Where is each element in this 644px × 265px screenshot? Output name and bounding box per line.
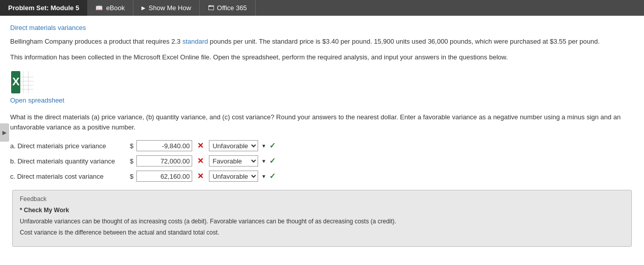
nav-title: Problem Set: Module 5 xyxy=(0,0,87,16)
answer-row-a: a. Direct materials price variance $ ✕ U… xyxy=(10,140,634,151)
nav-ebook[interactable]: 📖 eBook xyxy=(87,0,133,16)
dropdown-container-b: Favorable Unfavorable ▼ ✓ xyxy=(209,155,276,167)
nav-office365[interactable]: 🗔 Office 365 xyxy=(200,0,256,16)
check-icon-c: ✓ xyxy=(269,172,276,181)
section-title: Direct materials variances xyxy=(10,24,634,31)
nav-show-label: Show Me How xyxy=(149,4,191,12)
select-c[interactable]: Unfavorable Favorable xyxy=(209,171,258,182)
check-icon-b: ✓ xyxy=(269,156,276,165)
nav-show-me-how[interactable]: ▶ Show Me How xyxy=(133,0,200,16)
input-b[interactable] xyxy=(136,155,192,167)
excel-icon: X X xyxy=(10,70,34,94)
select-b[interactable]: Favorable Unfavorable xyxy=(209,155,258,167)
feedback-text-1: Unfavorable variances can be thought of … xyxy=(20,217,624,226)
answer-row-c: c. Direct materials cost variance $ ✕ Un… xyxy=(10,171,634,182)
nav-ebook-label: eBook xyxy=(106,4,125,12)
feedback-box: Feedback Check My Work Unfavorable varia… xyxy=(12,190,632,247)
dropdown-container-c: Unfavorable Favorable ▼ ✓ xyxy=(209,171,276,182)
label-a: a. Direct materials price variance xyxy=(10,142,127,150)
x-icon-a: ✕ xyxy=(197,141,204,150)
svg-text:X: X xyxy=(12,75,20,88)
x-icon-b: ✕ xyxy=(197,156,204,165)
answer-row-b: b. Direct materials quantity variance $ … xyxy=(10,155,634,167)
input-a[interactable] xyxy=(136,140,192,151)
select-a[interactable]: Unfavorable Favorable xyxy=(209,140,258,151)
x-icon-c: ✕ xyxy=(197,172,204,181)
left-arrow-button[interactable]: ► xyxy=(0,123,9,142)
top-navigation: Problem Set: Module 5 📖 eBook ▶ Show Me … xyxy=(0,0,644,16)
book-icon: 📖 xyxy=(95,5,103,12)
dollar-b: $ xyxy=(130,157,133,165)
open-spreadsheet-link[interactable]: Open spreadsheet xyxy=(10,96,64,104)
highlight-price: price variance xyxy=(101,113,142,121)
feedback-text-2: Cost variance is the difference between … xyxy=(20,228,624,237)
dollar-c: $ xyxy=(130,173,133,180)
label-c: c. Direct materials cost variance xyxy=(10,173,127,180)
office-icon: 🗔 xyxy=(208,5,214,12)
chevron-icon-c: ▼ xyxy=(261,174,266,179)
check-my-work-label: Check My Work xyxy=(20,207,624,214)
feedback-title: Feedback xyxy=(20,195,624,203)
dropdown-container-a: Unfavorable Favorable ▼ ✓ xyxy=(209,140,276,151)
check-icon-a: ✓ xyxy=(269,141,276,150)
main-content: Direct materials variances Bellingham Co… xyxy=(0,16,644,255)
label-b: b. Direct materials quantity variance xyxy=(10,157,127,165)
description-1: Bellingham Company produces a product th… xyxy=(10,37,634,47)
description-2: This information has been collected in t… xyxy=(10,52,634,63)
nav-office-label: Office 365 xyxy=(217,4,247,12)
chevron-icon-a: ▼ xyxy=(261,143,266,149)
nav-title-text: Problem Set: Module 5 xyxy=(8,4,79,12)
question-text: What is the direct materials (a) price v… xyxy=(10,112,634,134)
chevron-icon-b: ▼ xyxy=(261,158,266,164)
highlight-standard: standard xyxy=(183,38,208,45)
highlight-quantity: quantity variance xyxy=(156,113,206,121)
highlight-cost: cost variance xyxy=(232,113,271,121)
dollar-a: $ xyxy=(130,142,133,150)
play-icon: ▶ xyxy=(141,5,146,11)
input-c[interactable] xyxy=(136,171,192,182)
